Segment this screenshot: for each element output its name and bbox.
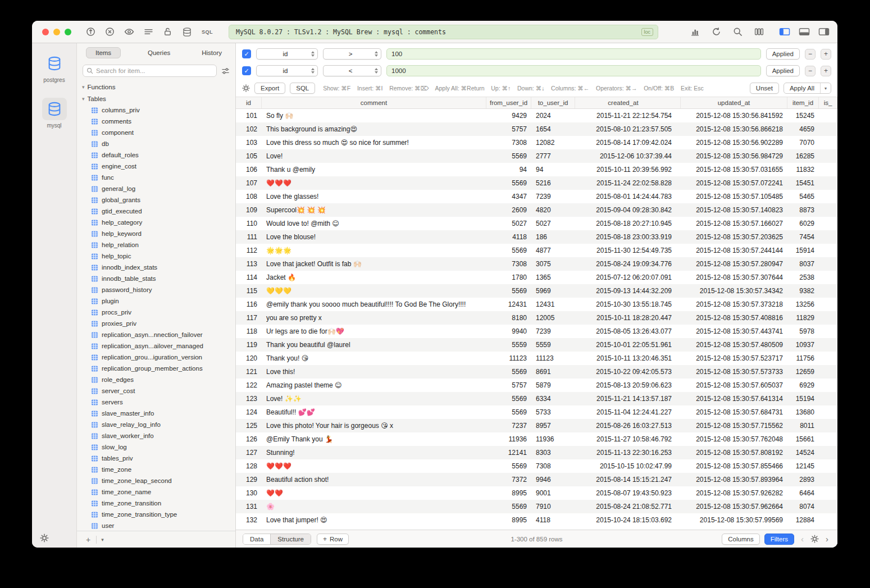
sidebar-table-item[interactable]: innodb_index_stats xyxy=(77,262,235,273)
sidebar-table-item[interactable]: servers xyxy=(77,396,235,408)
sidebar-table-item[interactable]: global_grants xyxy=(77,194,235,206)
grid-cell[interactable]: 5757 xyxy=(486,125,531,133)
grid-cell[interactable]: 116 xyxy=(236,300,262,308)
grid-cell[interactable]: 2015-11-21 22:12:54.754 xyxy=(575,112,681,120)
grid-cell[interactable]: 106 xyxy=(236,166,262,174)
grid-header-cell[interactable]: created_at xyxy=(575,97,681,108)
sidebar-table-item[interactable]: replication_asyn...nnection_failover xyxy=(77,329,235,340)
grid-cell[interactable]: 13256 xyxy=(787,300,819,308)
grid-cell[interactable]: 108 xyxy=(236,193,262,200)
grid-cell[interactable]: Beautiful!! 💕💕 xyxy=(262,408,486,416)
connection-postgres[interactable]: postgres xyxy=(42,52,67,83)
columns-button[interactable]: Columns xyxy=(722,534,759,545)
sidebar-table-item[interactable]: general_log xyxy=(77,183,235,194)
grid-cell[interactable]: 129 xyxy=(236,476,262,484)
grid-cell[interactable]: 118 xyxy=(236,327,262,335)
table-row[interactable]: 125 Love this photo! Your hair is gorgeo… xyxy=(236,419,837,432)
grid-header-cell[interactable]: to_user_id xyxy=(531,97,575,108)
sidebar-table-item[interactable]: time_zone_leap_second xyxy=(77,475,235,486)
grid-cell[interactable]: 115 xyxy=(236,287,262,295)
table-row[interactable]: 124 Beautiful!! 💕💕 5569 5733 2015-11-04 … xyxy=(236,405,837,419)
sidebar-table-item[interactable]: tables_priv xyxy=(77,453,235,464)
grid-cell[interactable]: 94 xyxy=(486,166,531,174)
grid-cell[interactable]: 125 xyxy=(236,422,262,430)
grid-cell[interactable]: 117 xyxy=(236,314,262,322)
filter-enabled-checkbox[interactable]: ✓ xyxy=(242,49,251,58)
grid-cell[interactable]: 2609 xyxy=(486,206,531,214)
close-window-button[interactable] xyxy=(42,29,49,35)
grid-cell[interactable]: Thank you beautiful @laurel xyxy=(262,341,486,349)
grid-cell[interactable]: 7239 xyxy=(531,327,575,335)
table-row[interactable]: 106 Thank u @emily 94 94 2015-10-11 20:3… xyxy=(236,163,837,176)
grid-cell[interactable]: 105 xyxy=(236,152,262,160)
grid-cell[interactable]: 2015-12-08 15:30:57.140823 xyxy=(681,206,787,214)
grid-cell[interactable]: 6334 xyxy=(531,395,575,403)
grid-cell[interactable]: Love! ✨✨ xyxy=(262,395,486,403)
grid-cell[interactable]: 5569 xyxy=(486,462,531,470)
grid-cell[interactable]: 124 xyxy=(236,408,262,416)
grid-cell[interactable]: Love that jacket! Outfit is fab 🙌🏻 xyxy=(262,260,486,268)
grid-cell[interactable]: 5569 xyxy=(486,408,531,416)
grid-cell[interactable]: 186 xyxy=(531,233,575,241)
table-row[interactable]: 120 Thank you! 😘 11123 11123 2015-10-11 … xyxy=(236,352,837,365)
grid-cell[interactable]: 1365 xyxy=(531,274,575,281)
sidebar-table-item[interactable]: db xyxy=(77,138,235,149)
grid-cell[interactable]: 💛💛💛 xyxy=(262,287,486,295)
grid-cell[interactable]: 2015-12-08 15:30:56.984729 xyxy=(681,152,787,160)
grid-cell[interactable]: 5569 xyxy=(486,503,531,510)
grid-cell[interactable]: 2015-07-12 06:20:07.091 xyxy=(575,274,681,281)
grid-cell[interactable]: 🌟🌟🌟 xyxy=(262,247,486,254)
chart-icon[interactable] xyxy=(690,27,700,37)
table-row[interactable]: 101 So fly 🙌🏻 9429 2024 2015-11-21 22:12… xyxy=(236,109,837,122)
grid-cell[interactable]: 7308 xyxy=(486,260,531,268)
grid-cell[interactable]: 2015-10-24 18:15:03.692 xyxy=(575,516,681,524)
sidebar-table-item[interactable]: replication_group_member_actions xyxy=(77,363,235,374)
grid-cell[interactable]: 12141 xyxy=(486,449,531,457)
grid-cell[interactable]: 2015-11-27 10:58:46.792 xyxy=(575,435,681,443)
table-row[interactable]: 116 @emily thank you soooo much beautifu… xyxy=(236,298,837,311)
grid-cell[interactable]: 2015-12-08 15:30:57.684731 xyxy=(681,408,787,416)
grid-cell[interactable]: 6929 xyxy=(787,381,819,389)
grid-header-cell[interactable]: updated_at xyxy=(681,97,787,108)
minimize-window-button[interactable] xyxy=(53,29,60,35)
grid-cell[interactable]: 5569 xyxy=(486,179,531,187)
grid-cell[interactable]: 2015-08-07 19:43:50.923 xyxy=(575,489,681,497)
sidebar-table-item[interactable]: component xyxy=(77,127,235,138)
grid-cell[interactable]: 126 xyxy=(236,435,262,443)
filters-button[interactable]: Filters xyxy=(764,534,794,545)
grid-cell[interactable]: 15194 xyxy=(787,395,819,403)
sidebar-table-item[interactable]: replication_grou...iguration_version xyxy=(77,352,235,363)
grid-cell[interactable]: 4820 xyxy=(531,206,575,214)
grid-cell[interactable]: 11936 xyxy=(531,435,575,443)
grid-cell[interactable]: 5978 xyxy=(787,327,819,335)
grid-cell[interactable]: 2015-11-04 12:24:41.227 xyxy=(575,408,681,416)
grid-cell[interactable]: 2015-11-13 22:30:16.253 xyxy=(575,449,681,457)
grid-cell[interactable]: 8995 xyxy=(486,489,531,497)
grid-cell[interactable]: Thank you! 😘 xyxy=(262,354,486,362)
grid-cell[interactable]: 15451 xyxy=(787,179,819,187)
grid-cell[interactable]: 2015-12-08 15:30:57.072241 xyxy=(681,179,787,187)
grid-cell[interactable]: 5465 xyxy=(787,193,819,200)
table-row[interactable]: 127 Stunning! 12141 8303 2015-11-13 22:3… xyxy=(236,446,837,459)
grid-cell[interactable]: 119 xyxy=(236,341,262,349)
grid-cell[interactable]: Ur legs are to die for🙌🏻💖 xyxy=(262,327,486,335)
grid-cell[interactable]: Love this! xyxy=(262,368,486,376)
grid-cell[interactable]: 5569 xyxy=(486,368,531,376)
unset-button[interactable]: Unset xyxy=(750,83,779,94)
sidebar-table-item[interactable]: help_topic xyxy=(77,250,235,262)
grid-header-cell[interactable]: item_id xyxy=(787,97,819,108)
grid-cell[interactable]: 7454 xyxy=(787,233,819,241)
table-row[interactable]: 126 @Emily Thank you 💃 11936 11936 2015-… xyxy=(236,432,837,446)
filter-value-input[interactable] xyxy=(386,48,761,60)
grid-cell[interactable]: 5733 xyxy=(531,408,575,416)
grid-cell[interactable]: Love the blouse! xyxy=(262,233,486,241)
filter-options-icon[interactable] xyxy=(221,67,230,75)
grid-cell[interactable]: Love this dress so much 😍 so nice for su… xyxy=(262,139,486,147)
grid-cell[interactable]: 8037 xyxy=(787,260,819,268)
grid-cell[interactable]: 2015-12-08 15:30:57.99569 xyxy=(681,516,787,524)
table-settings-gear-icon[interactable] xyxy=(810,535,819,543)
remove-filter-button[interactable]: − xyxy=(805,66,816,76)
table-row[interactable]: 114 Jacket 🔥 1780 1365 2015-07-12 06:20:… xyxy=(236,271,837,284)
grid-cell[interactable]: 9429 xyxy=(486,112,531,120)
grid-cell[interactable]: 2015-08-26 16:03:27.513 xyxy=(575,422,681,430)
